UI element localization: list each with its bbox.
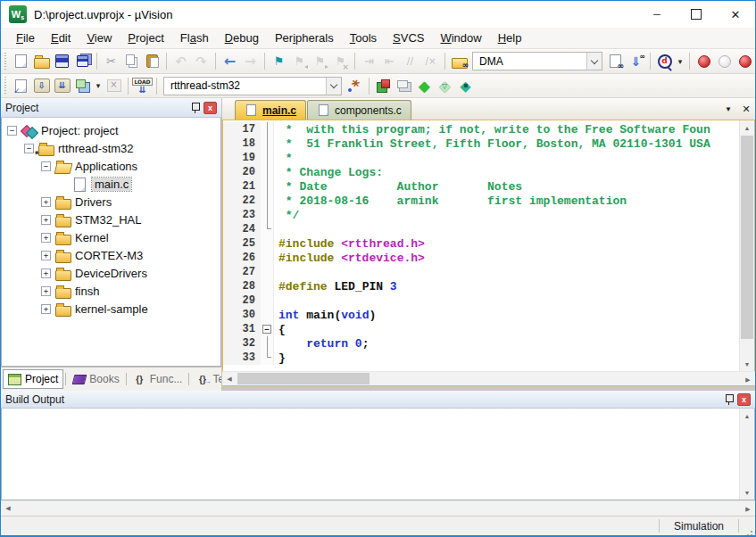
editor-tab-components-c[interactable]: components.c: [307, 100, 411, 120]
scroll-up-arrow[interactable]: ▲: [740, 409, 754, 423]
redo-icon[interactable]: [191, 52, 212, 71]
search-combo[interactable]: DMA: [472, 52, 602, 70]
menu-help[interactable]: Help: [490, 29, 530, 46]
resize-grip[interactable]: [739, 516, 755, 535]
build-output-close-button[interactable]: [737, 393, 751, 406]
navigate-forward-icon[interactable]: [240, 52, 261, 71]
scroll-left-arrow[interactable]: ◀: [222, 371, 237, 386]
scroll-up-arrow[interactable]: ▲: [740, 120, 754, 135]
pin-icon[interactable]: [725, 393, 735, 406]
target-select[interactable]: rtthread-stm32: [163, 77, 342, 95]
editor-tab-main-c[interactable]: main.c: [235, 100, 306, 120]
new-file-icon[interactable]: [11, 52, 31, 71]
panel-tab-project[interactable]: Project: [3, 369, 63, 389]
file-extensions-books-icon[interactable]: [394, 76, 414, 95]
toggle-bookmark-icon[interactable]: [269, 52, 289, 71]
outdent-icon[interactable]: [379, 52, 400, 71]
target-select-dropdown-icon[interactable]: [326, 78, 341, 95]
panel-tab-func[interactable]: Func...: [129, 369, 187, 389]
tree-expander-icon[interactable]: [41, 161, 51, 171]
menu-svcs[interactable]: SVCS: [385, 29, 432, 46]
cut-icon[interactable]: [101, 52, 121, 71]
build-output-vertical-scrollbar[interactable]: ▲ ▼: [739, 409, 754, 500]
next-bookmark-icon[interactable]: [310, 52, 330, 71]
build-icon[interactable]: [31, 76, 52, 95]
pack-installer-icon[interactable]: [455, 76, 476, 95]
horizontal-scroll-thumb[interactable]: [237, 373, 370, 384]
options-for-target-icon[interactable]: [345, 76, 365, 95]
editor-vertical-scrollbar[interactable]: ▲ ▼: [739, 120, 754, 371]
comment-selection-icon[interactable]: [400, 52, 420, 71]
incremental-find-icon[interactable]: [626, 52, 646, 71]
menu-peripherals[interactable]: Peripherals: [267, 29, 342, 46]
search-combo-dropdown-icon[interactable]: [586, 53, 602, 70]
find-dropdown-icon[interactable]: [675, 52, 685, 71]
find-dialog-icon[interactable]: [654, 52, 675, 71]
tree-expander-icon[interactable]: [41, 251, 51, 260]
undo-icon[interactable]: [170, 52, 191, 71]
toolbar-grip[interactable]: [3, 53, 9, 70]
tree-node-project-project[interactable]: Project: project: [2, 121, 220, 139]
paste-icon[interactable]: [142, 52, 162, 71]
tree-expander-icon[interactable]: [24, 144, 34, 153]
batch-build-icon[interactable]: [72, 76, 93, 95]
tree-node-applications[interactable]: Applications: [2, 157, 220, 175]
tree-node-finsh[interactable]: finsh: [2, 282, 220, 300]
manage-project-items-icon[interactable]: [373, 76, 394, 95]
clear-bookmarks-icon[interactable]: [330, 52, 351, 71]
editor-horizontal-scrollbar[interactable]: ◀ ▶: [222, 371, 755, 386]
build-output-horizontal-scrollbar[interactable]: ◀ ▶: [1, 500, 755, 516]
tree-expander-icon[interactable]: [41, 233, 51, 243]
download-to-flash-icon[interactable]: [132, 76, 153, 95]
tree-expander-icon[interactable]: [41, 268, 51, 278]
menu-view[interactable]: View: [79, 29, 120, 46]
scroll-right-arrow[interactable]: ▶: [741, 501, 755, 516]
scroll-right-arrow[interactable]: ▶: [741, 372, 755, 387]
fold-collapse-icon[interactable]: [262, 325, 271, 334]
code-area[interactable]: 17 * with this program; if not, write to…: [223, 120, 739, 371]
tree-node-kernel-sample[interactable]: kernel-sample: [2, 300, 220, 318]
uncomment-selection-icon[interactable]: [420, 52, 441, 71]
tab-list-dropdown-button[interactable]: [719, 100, 737, 118]
menu-debug[interactable]: Debug: [217, 29, 267, 46]
panel-tab-temp[interactable]: Temp...: [191, 369, 221, 389]
copy-icon[interactable]: [121, 52, 142, 71]
tree-expander-icon[interactable]: [7, 126, 17, 136]
find-in-files-dialog-icon[interactable]: [605, 52, 626, 71]
save-all-icon[interactable]: [72, 52, 93, 71]
tree-node-stm32-hal[interactable]: STM32_HAL: [2, 211, 220, 228]
tree-expander-icon[interactable]: [41, 286, 51, 296]
find-in-files-icon[interactable]: [449, 52, 469, 71]
scroll-down-arrow[interactable]: ▼: [740, 485, 754, 500]
tree-node-kernel[interactable]: Kernel: [2, 228, 220, 246]
tree-expander-icon[interactable]: [41, 304, 51, 314]
project-panel-close-button[interactable]: [204, 102, 217, 114]
stop-build-icon[interactable]: [104, 76, 124, 95]
maximize-button[interactable]: [677, 1, 716, 28]
menu-edit[interactable]: Edit: [43, 29, 79, 46]
save-icon[interactable]: [52, 52, 72, 71]
open-file-icon[interactable]: [31, 52, 52, 71]
tree-node-devicedrivers[interactable]: DeviceDrivers: [2, 264, 220, 282]
close-button[interactable]: [716, 1, 755, 28]
menu-project[interactable]: Project: [120, 29, 171, 46]
toolbar-grip[interactable]: [3, 77, 9, 95]
tree-expander-icon[interactable]: [41, 197, 51, 207]
tree-node-main-c[interactable]: main.c: [2, 175, 220, 193]
translate-file-icon[interactable]: [11, 76, 31, 95]
vertical-scroll-thumb[interactable]: [741, 136, 753, 339]
indent-icon[interactable]: [359, 52, 379, 71]
tree-expander-icon[interactable]: [41, 215, 51, 225]
rebuild-all-icon[interactable]: [52, 76, 72, 95]
enable-disable-breakpoint-icon[interactable]: [714, 52, 735, 71]
scroll-down-arrow[interactable]: ▼: [740, 357, 754, 371]
menu-file[interactable]: File: [8, 29, 43, 46]
pin-icon[interactable]: [191, 102, 201, 114]
panel-tab-books[interactable]: Books: [68, 369, 123, 389]
select-software-packs-icon[interactable]: [435, 76, 455, 95]
tree-node-drivers[interactable]: Drivers: [2, 193, 220, 211]
tree-node-cortex-m3[interactable]: CORTEX-M3: [2, 246, 220, 264]
menu-flash[interactable]: Flash: [172, 29, 217, 46]
close-document-button[interactable]: [737, 100, 755, 118]
tree-node-rtthread-stm32[interactable]: rtthread-stm32: [2, 139, 220, 157]
